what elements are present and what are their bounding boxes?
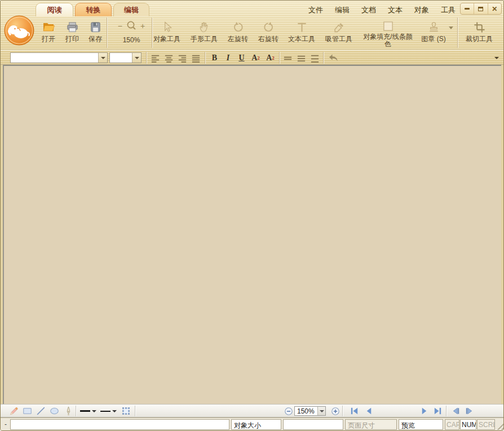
minimize-button[interactable] bbox=[461, 3, 474, 14]
line-style-dropdown[interactable] bbox=[100, 406, 117, 416]
toolbar-overflow-icon[interactable] bbox=[494, 57, 499, 59]
align-justify-button[interactable] bbox=[189, 52, 202, 64]
line-spacing-medium-icon bbox=[297, 54, 306, 63]
maximize-button[interactable] bbox=[474, 3, 488, 14]
line-tool-button[interactable] bbox=[34, 406, 47, 416]
menu-edit[interactable]: 编辑 bbox=[333, 5, 351, 16]
previous-view-button[interactable] bbox=[449, 406, 462, 416]
zoom-in-button[interactable]: + bbox=[140, 22, 145, 30]
line-icon bbox=[36, 406, 46, 416]
rectangle-icon bbox=[22, 406, 33, 416]
hand-tool-button[interactable]: 手形工具 bbox=[187, 18, 221, 48]
toolbar-separator bbox=[457, 17, 458, 48]
hand-icon bbox=[198, 18, 211, 34]
last-page-icon bbox=[433, 406, 443, 416]
ellipse-tool-button[interactable] bbox=[48, 406, 60, 416]
subscript-button[interactable]: A2 bbox=[263, 52, 277, 64]
status-caps-lock: CAP bbox=[445, 419, 459, 430]
rotate-left-button[interactable]: 左旋转 bbox=[224, 18, 252, 48]
fill-line-color-button[interactable]: 对象填充/线条颜色 bbox=[361, 18, 415, 48]
zoom-level-value[interactable]: 150% bbox=[111, 36, 152, 44]
menu-file[interactable]: 文件 bbox=[307, 5, 325, 16]
align-center-icon bbox=[164, 54, 174, 63]
line-spacing-wide-button[interactable] bbox=[308, 52, 321, 64]
pen-tool-button[interactable] bbox=[62, 406, 74, 416]
menu-document[interactable]: 文档 bbox=[360, 5, 378, 16]
menu-tools[interactable]: 工具 bbox=[439, 5, 457, 16]
magnifier-icon[interactable] bbox=[125, 20, 138, 32]
page-zoom-dropdown-icon[interactable] bbox=[317, 407, 325, 415]
font-family-value bbox=[11, 53, 98, 63]
font-family-combo[interactable] bbox=[10, 52, 108, 63]
cursor-arrow-icon bbox=[161, 18, 174, 34]
selection-box-icon bbox=[121, 406, 131, 416]
font-size-combo[interactable] bbox=[109, 52, 142, 63]
stamp-dropdown-icon[interactable] bbox=[449, 26, 453, 29]
undo-icon bbox=[328, 54, 339, 63]
close-button[interactable]: ✕ bbox=[488, 3, 501, 14]
bold-button[interactable]: B bbox=[208, 52, 221, 64]
status-num-lock: NUM bbox=[460, 419, 476, 430]
previous-page-button[interactable] bbox=[362, 406, 375, 416]
zoom-out-button[interactable]: − bbox=[118, 22, 122, 30]
open-button[interactable]: 打开 bbox=[36, 18, 61, 48]
rotate-right-icon bbox=[262, 18, 275, 34]
status-bar: - 对象大小 页面尺寸 预览 CAP NUM SCRL bbox=[1, 417, 504, 431]
first-page-button[interactable] bbox=[348, 406, 360, 416]
pen-nib-icon bbox=[63, 406, 74, 416]
resize-grip[interactable] bbox=[495, 421, 503, 430]
line-spacing-medium-button[interactable] bbox=[295, 52, 308, 64]
bottom-separator bbox=[135, 406, 135, 416]
page-zoom-in-button[interactable] bbox=[329, 406, 342, 416]
line-spacing-tight-button[interactable] bbox=[281, 52, 294, 64]
italic-button[interactable]: I bbox=[222, 52, 235, 64]
zoom-out-circle-icon bbox=[284, 407, 293, 416]
bottom-separator bbox=[76, 406, 76, 416]
text-tool-icon bbox=[295, 18, 308, 34]
format-separator bbox=[279, 52, 280, 64]
tab-convert[interactable]: 转换 bbox=[75, 3, 112, 16]
line-weight-dropdown[interactable] bbox=[80, 406, 96, 416]
document-canvas[interactable] bbox=[3, 65, 501, 404]
print-button[interactable]: 打印 bbox=[60, 18, 85, 48]
align-center-button[interactable] bbox=[162, 52, 175, 64]
font-family-dropdown-icon[interactable] bbox=[98, 53, 107, 63]
status-left-value: - bbox=[5, 420, 7, 428]
zoom-in-circle-icon bbox=[331, 407, 340, 416]
next-view-button[interactable] bbox=[463, 406, 475, 416]
format-separator bbox=[205, 52, 205, 64]
menu-object[interactable]: 对象 bbox=[413, 5, 431, 16]
pencil-tool-button[interactable] bbox=[7, 406, 20, 416]
line-weight-icon bbox=[80, 410, 90, 412]
last-page-button[interactable] bbox=[431, 406, 444, 416]
rotate-right-button[interactable]: 右旋转 bbox=[254, 18, 282, 48]
tab-read[interactable]: 阅读 bbox=[36, 3, 73, 16]
select-objects-button[interactable] bbox=[120, 406, 132, 416]
font-size-dropdown-icon[interactable] bbox=[132, 53, 141, 63]
rotate-left-icon bbox=[232, 18, 245, 34]
crop-tool-button[interactable]: 裁切工具 bbox=[462, 18, 496, 48]
tab-edit[interactable]: 编辑 bbox=[113, 3, 149, 16]
status-scroll-lock: SCRL bbox=[477, 419, 495, 430]
underline-button[interactable]: U bbox=[235, 52, 248, 64]
object-tool-button[interactable]: 对象工具 bbox=[150, 18, 184, 48]
save-button[interactable]: 保存 bbox=[83, 18, 108, 48]
window-controls: ✕ bbox=[460, 3, 502, 15]
text-tool-button[interactable]: 文本工具 bbox=[285, 18, 319, 48]
align-right-icon bbox=[178, 54, 187, 63]
stamp-tool-button[interactable]: 图章 (S) bbox=[417, 18, 450, 48]
page-zoom-combo[interactable]: 150% bbox=[294, 406, 326, 416]
menu-text[interactable]: 文本 bbox=[386, 5, 404, 16]
ellipse-icon bbox=[49, 406, 60, 416]
align-left-button[interactable] bbox=[149, 52, 162, 64]
undo-button[interactable] bbox=[326, 52, 341, 64]
eyedropper-icon bbox=[333, 18, 346, 34]
page-zoom-out-button[interactable] bbox=[282, 406, 295, 416]
align-right-button[interactable] bbox=[176, 52, 189, 64]
rectangle-tool-button[interactable] bbox=[21, 406, 33, 416]
next-page-button[interactable] bbox=[418, 406, 430, 416]
eyedropper-tool-button[interactable]: 吸管工具 bbox=[322, 18, 356, 48]
next-page-icon bbox=[419, 406, 429, 416]
app-logo-elephant-icon[interactable] bbox=[3, 15, 35, 46]
superscript-button[interactable]: A2 bbox=[249, 52, 263, 64]
